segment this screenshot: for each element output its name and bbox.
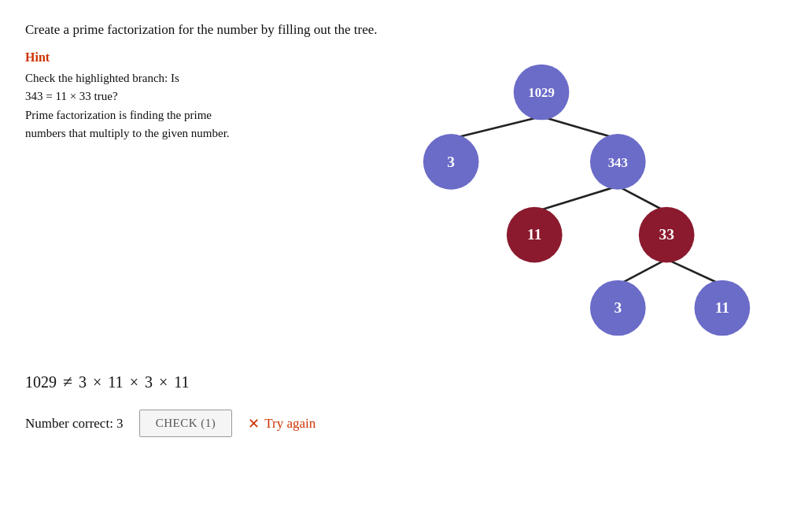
svg-line-2 xyxy=(534,186,618,212)
svg-line-1 xyxy=(541,117,618,139)
tree-area: 1029 3 343 11 33 3 11 xyxy=(261,50,787,350)
svg-text:11: 11 xyxy=(715,299,729,316)
svg-line-5 xyxy=(666,259,722,285)
x-icon: ✕ xyxy=(248,415,260,432)
instruction-text: Create a prime factorization for the num… xyxy=(25,22,787,38)
svg-text:1029: 1029 xyxy=(528,85,555,100)
try-again[interactable]: ✕ Try again xyxy=(248,415,316,432)
svg-text:33: 33 xyxy=(659,226,674,243)
try-again-label: Try again xyxy=(264,416,316,432)
eq-1029: 1029 xyxy=(25,373,57,391)
hint-text: Check the highlighted branch: Is 343 = 1… xyxy=(25,69,245,143)
svg-text:3: 3 xyxy=(614,299,622,316)
eq-3: 3 xyxy=(79,373,87,391)
svg-text:343: 343 xyxy=(608,155,628,170)
eq-neq: ≠ xyxy=(63,372,72,392)
hint-panel: Hint Check the highlighted branch: Is 34… xyxy=(25,50,245,143)
svg-text:3: 3 xyxy=(447,154,455,170)
eq-times-2: × xyxy=(130,373,138,391)
eq-times-3: × xyxy=(159,373,168,391)
number-correct-label: Number correct: 3 xyxy=(25,416,124,432)
equation-row: 1029 ≠ 3 × 11 × 3 × 11 xyxy=(25,372,787,392)
page-container: Create a prime factorization for the num… xyxy=(0,0,812,508)
bottom-section: 1029 ≠ 3 × 11 × 3 × 11 Number correct: 3… xyxy=(25,372,787,437)
check-button[interactable]: CHECK (1) xyxy=(139,410,233,437)
hint-label: Hint xyxy=(25,50,245,65)
hint-line-1: Check the highlighted branch: Is xyxy=(25,72,179,84)
eq-11: 11 xyxy=(108,373,123,391)
eq-times-1: × xyxy=(93,373,102,391)
footer-row: Number correct: 3 CHECK (1) ✕ Try again xyxy=(25,410,787,437)
hint-line-2: 343 = 11 × 33 true? xyxy=(25,90,118,102)
eq-3b: 3 xyxy=(145,373,153,391)
svg-text:11: 11 xyxy=(527,226,541,243)
content-area: Hint Check the highlighted branch: Is 34… xyxy=(25,50,787,350)
eq-11b: 11 xyxy=(174,373,189,391)
svg-line-0 xyxy=(451,117,541,139)
tree-svg: 1029 3 343 11 33 3 11 xyxy=(261,50,787,350)
hint-line-3: Prime factorization is finding the prime… xyxy=(25,109,230,139)
